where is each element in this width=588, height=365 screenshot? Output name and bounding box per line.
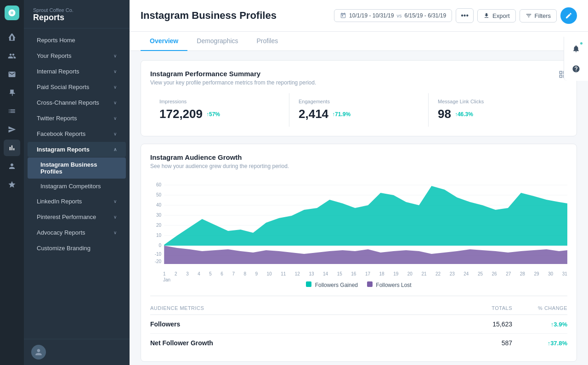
nav-publish-icon[interactable] [4, 121, 20, 138]
nav-users-icon[interactable] [4, 48, 20, 64]
main-header: Instagram Business Profiles 10/1/19 - 10… [130, 0, 588, 32]
more-icon: ••• [461, 11, 469, 19]
svg-text:-10: -10 [155, 252, 162, 257]
sidebar-item-facebook-reports[interactable]: Facebook Reports ∨ [28, 126, 126, 141]
vs-label: vs [396, 13, 401, 18]
nav-profile-icon[interactable] [4, 158, 20, 174]
nav-reports-icon[interactable] [4, 140, 20, 156]
clicks-change: ↑46.3% [455, 111, 473, 118]
sidebar-item-customize-branding[interactable]: Customize Branding [28, 241, 126, 256]
sidebar-item-your-reports[interactable]: Your Reports ∨ [28, 48, 126, 63]
svg-text:20: 20 [156, 223, 162, 228]
sidebar-footer [24, 339, 130, 365]
audience-metrics-table: Audience Metrics Totals % Change Followe… [150, 296, 567, 352]
nav-pin-icon[interactable] [4, 84, 20, 101]
chevron-down-icon: ∨ [113, 214, 117, 219]
chevron-down-icon: ∨ [113, 116, 117, 121]
nav-inbox-icon[interactable] [4, 66, 20, 83]
nav-home-icon[interactable] [4, 29, 20, 46]
audience-card-subtitle: See how your audience grew during the re… [150, 163, 567, 169]
current-date-range: 10/1/19 - 10/31/19 [349, 12, 394, 19]
tab-overview[interactable]: Overview [141, 32, 187, 51]
sidebar-item-linkedin-reports[interactable]: LinkedIn Reports ∨ [28, 194, 126, 209]
chevron-up-icon: ∧ [113, 147, 117, 152]
nav-star-icon[interactable] [4, 176, 20, 193]
nav-tasks-icon[interactable] [4, 103, 20, 119]
svg-text:50: 50 [156, 192, 162, 197]
table-header: Audience Metrics Totals % Change [150, 302, 567, 315]
clicks-value: 98 [438, 107, 451, 121]
user-avatar[interactable] [31, 345, 46, 359]
filters-label: Filters [535, 12, 551, 19]
sidebar-item-pinterest-performance[interactable]: Pinterest Performance ∨ [28, 209, 126, 225]
performance-summary-card: Instagram Performance Summary View your … [141, 60, 577, 136]
engagements-value: 2,414 [299, 107, 328, 121]
engagements-change: ↑71.9% [332, 111, 351, 118]
nav-sidebar: Sprout Coffee Co. Reports Reports Home Y… [24, 0, 130, 365]
chevron-down-icon: ∨ [113, 131, 117, 136]
compare-date-range: 6/15/19 - 6/31/19 [404, 12, 446, 19]
metric-impressions: Impressions 172,209 ↑57% [150, 93, 289, 127]
chevron-down-icon: ∨ [113, 199, 117, 204]
impressions-value: 172,209 [159, 107, 203, 121]
chart-svg: 60 50 40 30 20 10 0 -10 -20 [150, 177, 567, 269]
notification-icon[interactable] [568, 40, 584, 57]
app-logo [5, 6, 19, 20]
svg-text:0: 0 [159, 243, 162, 248]
filters-button[interactable]: Filters [520, 9, 557, 22]
metrics-row: Impressions 172,209 ↑57% Engagements 2,4… [150, 93, 567, 127]
audience-growth-card: Instagram Audience Growth See how your a… [141, 144, 577, 362]
performance-card-title: Instagram Performance Summary [150, 70, 316, 78]
audience-card-title: Instagram Audience Growth [150, 153, 567, 161]
sidebar-item-instagram-business-profiles[interactable]: Instagram Business Profiles [28, 157, 126, 179]
page-title: Instagram Business Profiles [141, 10, 277, 22]
sidebar-item-paid-social-reports[interactable]: Paid Social Reports ∨ [28, 79, 126, 95]
chart-x-axis: 1234567891011121314151617181920212223242… [150, 270, 567, 276]
more-options-button[interactable]: ••• [456, 8, 474, 23]
audience-chart: 60 50 40 30 20 10 0 -10 -20 12345678 [150, 177, 567, 278]
legend-followers-gained: Followers Gained [306, 281, 358, 288]
svg-text:40: 40 [156, 202, 162, 208]
tabs: Overview Demographics Profiles [130, 32, 588, 51]
metric-message-link-clicks: Message Link Clicks 98 ↑46.3% [429, 93, 567, 127]
export-label: Export [492, 12, 510, 19]
date-range-button[interactable]: 10/1/19 - 10/31/19 vs 6/15/19 - 6/31/19 [334, 9, 452, 22]
sidebar-item-instagram-competitors[interactable]: Instagram Competitors [28, 179, 126, 193]
content-area: Instagram Performance Summary View your … [130, 51, 588, 365]
chevron-down-icon: ∨ [113, 100, 117, 105]
svg-text:10: 10 [156, 233, 162, 238]
sidebar-header: Sprout Coffee Co. Reports [24, 0, 130, 28]
performance-card-subtitle: View your key profile performance metric… [150, 79, 316, 86]
main-content: Instagram Business Profiles 10/1/19 - 10… [130, 0, 588, 365]
tab-profiles[interactable]: Profiles [248, 32, 288, 51]
sidebar-item-advocacy-reports[interactable]: Advocacy Reports ∨ [28, 225, 126, 240]
metric-engagements: Engagements 2,414 ↑71.9% [289, 93, 429, 127]
chevron-down-icon: ∨ [113, 53, 117, 58]
sidebar-item-internal-reports[interactable]: Internal Reports ∨ [28, 64, 126, 79]
svg-text:30: 30 [156, 213, 162, 218]
chevron-down-icon: ∨ [113, 69, 117, 74]
header-actions: 10/1/19 - 10/31/19 vs 6/15/19 - 6/31/19 … [334, 7, 577, 24]
tab-demographics[interactable]: Demographics [187, 32, 247, 51]
chart-legend: Followers Gained Followers Lost [150, 281, 567, 288]
edit-button[interactable] [560, 7, 577, 24]
sidebar-item-twitter-reports[interactable]: Twitter Reports ∨ [28, 111, 126, 126]
icon-sidebar [0, 0, 24, 365]
sidebar-item-cross-channel-reports[interactable]: Cross-Channel Reports ∨ [28, 95, 126, 110]
export-button[interactable]: Export [477, 9, 516, 22]
chevron-down-icon: ∨ [113, 230, 117, 235]
legend-followers-lost: Followers Lost [367, 281, 412, 288]
chart-month-label: Jan [150, 277, 567, 282]
svg-text:-20: -20 [155, 259, 162, 264]
impressions-change: ↑57% [206, 111, 220, 118]
table-row: Net Follower Growth 587 ↑37.8% [150, 334, 567, 352]
help-icon[interactable] [568, 61, 584, 77]
company-name: Sprout Coffee Co. [33, 7, 120, 13]
section-title: Reports [33, 13, 120, 22]
table-row: Followers 15,623 ↑3.9% [150, 315, 567, 334]
chevron-down-icon: ∨ [113, 84, 117, 90]
sidebar-item-reports-home[interactable]: Reports Home [28, 33, 126, 48]
svg-text:60: 60 [156, 182, 162, 187]
sidebar-item-instagram-reports[interactable]: Instagram Reports ∧ [28, 142, 126, 157]
